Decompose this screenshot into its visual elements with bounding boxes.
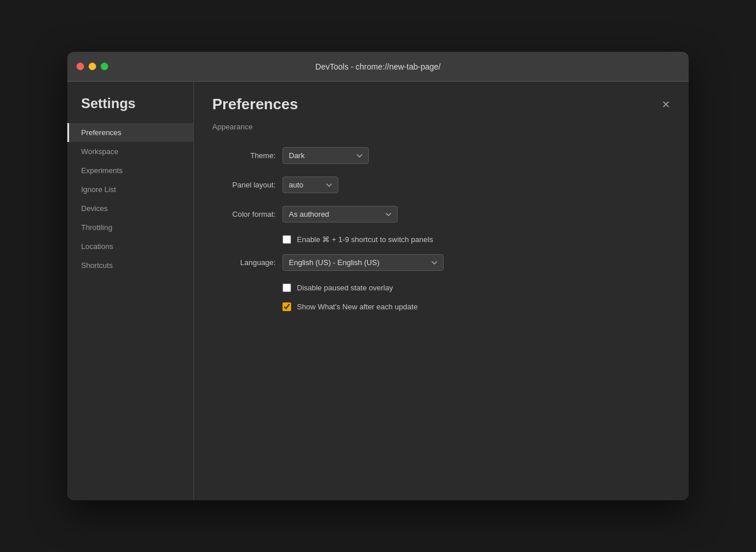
paused-checkbox-label: Disable paused state overlay — [297, 283, 393, 292]
theme-label: Theme: — [212, 151, 276, 160]
theme-row: Theme: Dark Light System preference — [212, 147, 670, 164]
color-format-row: Color format: As authored HEX RGB HSL — [212, 206, 670, 223]
sidebar-item-workspace[interactable]: Workspace — [67, 142, 193, 161]
sidebar-item-devices[interactable]: Devices — [67, 199, 193, 218]
shortcut-checkbox[interactable] — [282, 235, 291, 244]
close-traffic-light[interactable] — [77, 63, 84, 70]
sidebar-item-throttling[interactable]: Throttling — [67, 218, 193, 237]
sidebar-item-shortcuts[interactable]: Shortcuts — [67, 256, 193, 275]
maximize-traffic-light[interactable] — [101, 63, 108, 70]
paused-checkbox-row: Disable paused state overlay — [282, 283, 670, 292]
titlebar: DevTools - chrome://new-tab-page/ — [67, 52, 689, 82]
sidebar-item-preferences[interactable]: Preferences — [67, 123, 193, 142]
panel-header: Preferences ✕ — [194, 82, 689, 122]
traffic-lights — [77, 63, 108, 70]
shortcut-checkbox-label: Enable ⌘ + 1-9 shortcut to switch panels — [297, 235, 433, 244]
sidebar-item-experiments[interactable]: Experiments — [67, 161, 193, 180]
language-row: Language: English (US) - English (US) Sy… — [212, 254, 670, 271]
color-format-select[interactable]: As authored HEX RGB HSL — [282, 206, 398, 223]
minimize-traffic-light[interactable] — [89, 63, 96, 70]
appearance-section-heading: Appearance — [212, 122, 670, 136]
devtools-window: DevTools - chrome://new-tab-page/ Settin… — [67, 52, 689, 500]
theme-select[interactable]: Dark Light System preference — [282, 147, 369, 164]
panel-layout-label: Panel layout: — [212, 181, 276, 189]
whats-new-checkbox-label: Show What's New after each update — [297, 302, 418, 311]
main-panel: Preferences ✕ Appearance Theme: Dark Lig… — [194, 82, 689, 500]
panel-layout-row: Panel layout: auto horizontal vertical — [212, 177, 670, 193]
sidebar-item-locations[interactable]: Locations — [67, 237, 193, 256]
settings-heading: Settings — [67, 95, 193, 123]
shortcut-checkbox-row: Enable ⌘ + 1-9 shortcut to switch panels — [282, 235, 670, 244]
paused-checkbox[interactable] — [282, 283, 291, 292]
close-button[interactable]: ✕ — [662, 99, 670, 110]
sidebar: Settings Preferences Workspace Experimen… — [67, 82, 194, 500]
language-label: Language: — [212, 258, 276, 267]
panel-title: Preferences — [212, 95, 298, 113]
whats-new-checkbox-row: Show What's New after each update — [282, 302, 670, 311]
main-content: Settings Preferences Workspace Experimen… — [67, 82, 689, 500]
panel-layout-select[interactable]: auto horizontal vertical — [282, 177, 338, 193]
sidebar-item-ignore-list[interactable]: Ignore List — [67, 180, 193, 199]
language-select[interactable]: English (US) - English (US) System prefe… — [282, 254, 444, 271]
color-format-label: Color format: — [212, 210, 276, 218]
panel-scroll-area: Appearance Theme: Dark Light System pref… — [194, 122, 689, 500]
titlebar-title: DevTools - chrome://new-tab-page/ — [315, 62, 441, 71]
whats-new-checkbox[interactable] — [282, 302, 291, 311]
